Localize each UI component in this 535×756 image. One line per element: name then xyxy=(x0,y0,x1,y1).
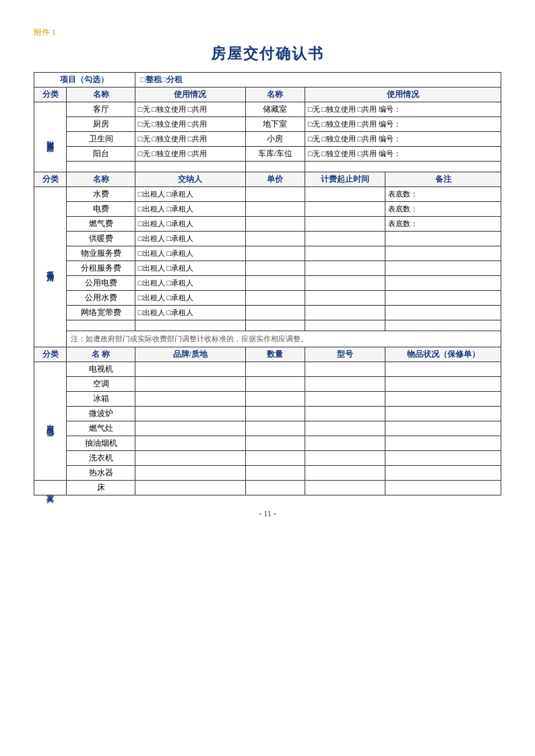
section1-header: 分类 名称 使用情况 名称 使用情况 xyxy=(34,88,501,102)
s2-row-8: 公用水费 □出租人 □承租人 xyxy=(34,291,501,306)
s2-row-7: 公用电费 □出租人 □承租人 xyxy=(34,276,501,291)
s2-r6-name: 分租服务费 xyxy=(67,261,135,276)
s1-row-4: 阳台 □无 □独立使用 □共用 车库/车位 □无 □独立使用 □共用 编号： xyxy=(34,147,501,162)
s1-col3: 使用情况 xyxy=(135,88,245,102)
s1-r1-name2: 储藏室 xyxy=(245,102,305,117)
s2-r6-note xyxy=(385,261,501,276)
s1-empty xyxy=(34,162,501,172)
s2-r5-period xyxy=(305,246,385,261)
s2-r2-payer: □出租人 □承租人 xyxy=(135,202,245,217)
s1-r3-name2: 小房 xyxy=(245,132,305,147)
s2-r7-payer: □出租人 □承租人 xyxy=(135,276,245,291)
s2-r4-note xyxy=(385,232,501,246)
s2-r8-period xyxy=(305,291,385,306)
s2-r8-unit xyxy=(245,291,305,306)
s2-r6-unit xyxy=(245,261,305,276)
s2-row-2: 电费 □出租人 □承租人 表底数： xyxy=(34,202,501,217)
s3-row-8: 热水器 xyxy=(34,466,501,481)
s1-col4: 名称 xyxy=(245,88,305,102)
s2-r7-name: 公用电费 xyxy=(67,276,135,291)
s1-r3-usage: □无 □独立使用 □共用 xyxy=(135,132,245,147)
s2-r5-payer: □出租人 □承租人 xyxy=(135,246,245,261)
s2-r9-period xyxy=(305,306,385,320)
s1-r2-usage: □无 □独立使用 □共用 xyxy=(135,117,245,132)
s3-r2-name: 空调 xyxy=(67,377,135,392)
s2-col2: 名称 xyxy=(67,172,135,187)
s1-r4-usage: □无 □独立使用 □共用 xyxy=(135,147,245,162)
s2-r9-payer: □出租人 □承租人 xyxy=(135,306,245,320)
s2-r2-note: 表底数： xyxy=(385,202,501,217)
s2-r5-note xyxy=(385,246,501,261)
s1-col1: 分类 xyxy=(34,88,67,102)
s2-r4-period xyxy=(305,232,385,246)
project-label: 项目（勾选） xyxy=(34,73,135,88)
s2-col5: 计费起止时间 xyxy=(305,172,385,187)
s2-r5-name: 物业服务费 xyxy=(67,246,135,261)
s2-r3-unit xyxy=(245,217,305,232)
s3-row-1: 家用电器 电视机 xyxy=(34,362,501,377)
s4-row-1: 家具 床 xyxy=(34,481,501,495)
s2-r1-note: 表底数： xyxy=(385,187,501,202)
s2-r8-payer: □出租人 □承租人 xyxy=(135,291,245,306)
s2-r8-name: 公用水费 xyxy=(67,291,135,306)
s1-r4-name2: 车库/车位 xyxy=(245,147,305,162)
s2-r1-period xyxy=(305,187,385,202)
s3-r1-name: 电视机 xyxy=(67,362,135,377)
s1-r2-name: 厨房 xyxy=(67,117,135,132)
s2-r6-period xyxy=(305,261,385,276)
s2-col4: 单价 xyxy=(245,172,305,187)
s2-r7-note xyxy=(385,276,501,291)
s1-r4-name: 阳台 xyxy=(67,147,135,162)
s1-r1-usage: □无 □独立使用 □共用 xyxy=(135,102,245,117)
s2-r2-name: 电费 xyxy=(67,202,135,217)
s2-r7-unit xyxy=(245,276,305,291)
s2-r4-name: 供暖费 xyxy=(67,232,135,246)
s4-r1-name: 床 xyxy=(67,481,135,495)
s2-r3-payer: □出租人 □承租人 xyxy=(135,217,245,232)
s2-empty xyxy=(34,320,501,331)
s1-col2: 名称 xyxy=(67,88,135,102)
s1-r2-usage2: □无 □独立使用 □共用 编号： xyxy=(305,117,501,132)
s3-r5-name: 燃气灶 xyxy=(67,421,135,436)
s2-r3-note: 表底数： xyxy=(385,217,501,232)
section3-header: 分类 名 称 品牌/质地 数量 型号 物品状况（保修单） xyxy=(34,347,501,362)
s3-r8-name: 热水器 xyxy=(67,466,135,481)
s2-row-3: 燃气费 □出租人 □承租人 表底数： xyxy=(34,217,501,232)
s3-section-label: 家用电器 xyxy=(34,362,67,481)
s2-r9-note xyxy=(385,306,501,320)
s2-r9-unit xyxy=(245,306,305,320)
section2-header: 分类 名称 交纳人 单价 计费起止时间 备注 xyxy=(34,172,501,187)
s1-row-3: 卫生间 □无 □独立使用 □共用 小房 □无 □独立使用 □共用 编号： xyxy=(34,132,501,147)
project-row: 项目（勾选） □整租□分租 xyxy=(34,73,501,88)
s3-col4: 数量 xyxy=(245,347,305,362)
s2-row-6: 分租服务费 □出租人 □承租人 xyxy=(34,261,501,276)
s3-row-4: 微波炉 xyxy=(34,407,501,421)
s3-col5: 型号 xyxy=(305,347,385,362)
s3-row-3: 冰箱 xyxy=(34,392,501,407)
s1-section-label: 附属房屋 xyxy=(34,102,67,172)
attachment-label: 附件 1 xyxy=(34,27,501,38)
s4-section-label: 家具 xyxy=(34,481,67,495)
s2-col1: 分类 xyxy=(34,172,67,187)
s1-r3-name: 卫生间 xyxy=(67,132,135,147)
s2-row-5: 物业服务费 □出租人 □承租人 xyxy=(34,246,501,261)
s2-r3-name: 燃气费 xyxy=(67,217,135,232)
s1-r4-usage2: □无 □独立使用 □共用 编号： xyxy=(305,147,501,162)
s2-r2-period xyxy=(305,202,385,217)
main-table: 项目（勾选） □整租□分租 分类 名称 使用情况 名称 使用情况 附属房屋 客厅… xyxy=(34,72,501,495)
s3-col3: 品牌/质地 xyxy=(135,347,245,362)
s2-col6: 备注 xyxy=(385,172,501,187)
s2-r3-period xyxy=(305,217,385,232)
s2-r1-name: 水费 xyxy=(67,187,135,202)
s1-col5: 使用情况 xyxy=(305,88,501,102)
s3-row-5: 燃气灶 xyxy=(34,421,501,436)
s1-row-1: 附属房屋 客厅 □无 □独立使用 □共用 储藏室 □无 □独立使用 □共用 编号… xyxy=(34,102,501,117)
s2-r8-note xyxy=(385,291,501,306)
s2-r7-period xyxy=(305,276,385,291)
s2-r9-name: 网络宽带费 xyxy=(67,306,135,320)
s2-col3: 交纳人 xyxy=(135,172,245,187)
s2-r1-unit xyxy=(245,187,305,202)
page-title: 房屋交付确认书 xyxy=(34,44,501,64)
s3-col6: 物品状况（保修单） xyxy=(385,347,501,362)
s1-r1-usage2: □无 □独立使用 □共用 编号： xyxy=(305,102,501,117)
